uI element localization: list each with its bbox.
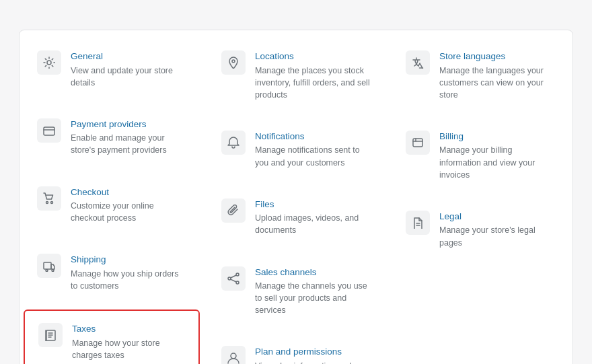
- settings-item-notifications[interactable]: Notifications Manage notifications sent …: [208, 118, 384, 181]
- svg-point-4: [51, 201, 53, 203]
- item-title-taxes: Taxes: [72, 323, 185, 335]
- paperclip-icon: [221, 198, 246, 223]
- settings-item-legal[interactable]: Legal Manage your store's legal pages: [392, 198, 568, 261]
- item-title-locations: Locations: [255, 50, 371, 63]
- item-desc-checkout: Customize your online checkout process: [71, 200, 186, 224]
- svg-rect-19: [413, 139, 422, 147]
- svg-rect-5: [44, 262, 51, 269]
- receipt-icon: [38, 323, 63, 347]
- item-title-sales-channels: Sales channels: [255, 266, 371, 279]
- item-desc-payment-providers: Enable and manage your store's payment p…: [71, 132, 186, 156]
- settings-card: General View and update your store detai…: [19, 30, 573, 364]
- language-icon: [406, 50, 430, 75]
- item-title-general: General: [71, 50, 186, 63]
- settings-item-locations[interactable]: Locations Manage the places you stock in…: [208, 38, 384, 113]
- settings-item-sales-channels[interactable]: Sales channels Manage the channels you u…: [208, 254, 384, 329]
- settings-item-plan-permissions[interactable]: Plan and permissions View plan informati…: [208, 334, 384, 364]
- item-desc-plan-permissions: View plan information and manage what st…: [255, 360, 371, 364]
- item-title-files: Files: [255, 198, 371, 211]
- settings-item-shipping[interactable]: Shipping Manage how you ship orders to c…: [24, 242, 200, 304]
- settings-item-taxes[interactable]: Taxes Manage how your store charges taxe…: [24, 310, 200, 364]
- svg-point-18: [231, 353, 236, 359]
- item-desc-sales-channels: Manage the channels you use to sell your…: [255, 280, 371, 316]
- svg-line-16: [231, 279, 236, 282]
- settings-grid: General View and update your store detai…: [20, 36, 572, 364]
- bell-icon: [221, 131, 246, 155]
- item-desc-notifications: Manage notifications sent to you and you…: [255, 144, 371, 168]
- share-icon: [221, 266, 246, 291]
- item-desc-files: Upload images, videos, and documents: [255, 212, 371, 236]
- item-title-shipping: Shipping: [71, 254, 186, 266]
- item-title-notifications: Notifications: [255, 131, 371, 143]
- svg-point-0: [47, 61, 51, 65]
- card-icon: [37, 118, 61, 143]
- truck-icon: [37, 254, 61, 278]
- settings-item-general[interactable]: General View and update your store detai…: [24, 38, 200, 101]
- item-title-plan-permissions: Plan and permissions: [255, 346, 371, 358]
- settings-item-billing[interactable]: Billing Manage your billing information …: [392, 118, 568, 193]
- item-desc-locations: Manage the places you stock inventory, f…: [255, 65, 371, 101]
- settings-item-files[interactable]: Files Upload images, videos, and documen…: [208, 186, 384, 249]
- pin-icon: [221, 50, 246, 75]
- settings-item-payment-providers[interactable]: Payment providers Enable and manage your…: [24, 106, 200, 169]
- item-desc-taxes: Manage how your store charges taxes: [72, 337, 185, 361]
- item-desc-store-languages: Manage the languages your customers can …: [439, 65, 555, 101]
- item-title-billing: Billing: [439, 131, 555, 143]
- item-desc-shipping: Manage how you ship orders to customers: [71, 268, 186, 292]
- person-icon: [221, 346, 246, 364]
- settings-item-checkout[interactable]: Checkout Customize your online checkout …: [24, 174, 200, 237]
- gear-icon: [37, 50, 61, 75]
- cart-icon: [37, 186, 61, 211]
- document-icon: [406, 211, 430, 235]
- item-title-store-languages: Store languages: [439, 50, 555, 63]
- item-title-legal: Legal: [439, 211, 555, 223]
- svg-point-7: [52, 270, 54, 272]
- svg-point-12: [232, 60, 235, 63]
- svg-point-6: [46, 270, 48, 272]
- svg-point-3: [46, 201, 48, 203]
- item-title-payment-providers: Payment providers: [71, 118, 186, 131]
- item-title-checkout: Checkout: [71, 186, 186, 198]
- dollar-icon: [406, 131, 430, 155]
- svg-line-17: [231, 275, 236, 278]
- item-desc-billing: Manage your billing information and view…: [439, 144, 555, 180]
- item-desc-general: View and update your store details: [71, 65, 186, 89]
- settings-item-store-languages[interactable]: Store languages Manage the languages you…: [392, 38, 568, 113]
- svg-rect-1: [44, 127, 54, 135]
- item-desc-legal: Manage your store's legal pages: [439, 224, 555, 248]
